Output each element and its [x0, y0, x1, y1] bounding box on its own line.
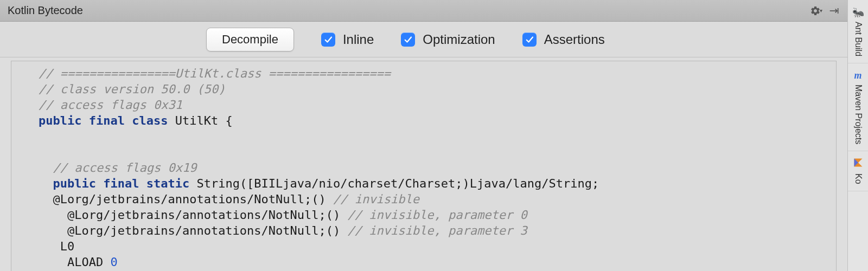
code-line: public final class UtilKt {	[39, 113, 832, 128]
check-icon	[522, 33, 537, 47]
code-line: @Lorg/jetbrains/annotations/NotNull;() /…	[39, 223, 832, 238]
checkbox-label: Assertions	[544, 32, 605, 47]
code-line: // access flags 0x31	[39, 97, 832, 113]
sidebar-item-label: Maven Projects	[853, 85, 863, 144]
code-line: L0	[39, 238, 832, 254]
code-line	[39, 128, 832, 144]
code-line: @Lorg/jetbrains/annotations/NotNull;() /…	[39, 191, 832, 207]
ant-icon: 🐜	[852, 7, 864, 18]
check-icon	[401, 33, 415, 47]
checkbox-label: Inline	[343, 32, 374, 47]
bytecode-editor[interactable]: // ================UtilKt.class ========…	[11, 61, 837, 271]
editor-container: // ================UtilKt.class ========…	[0, 57, 847, 271]
code-line: ALOAD 0	[39, 254, 832, 270]
hide-panel-icon[interactable]	[829, 7, 840, 15]
sidebar-item-ko[interactable]: Ko	[848, 151, 868, 191]
panel-title: Kotlin Bytecode	[8, 4, 83, 17]
right-tool-sidebar: 🐜Ant BuildmMaven ProjectsKo	[847, 0, 868, 271]
checkbox-assertions[interactable]: Assertions	[522, 32, 605, 47]
code-line	[39, 144, 832, 160]
code-line: // access flags 0x19	[39, 160, 832, 176]
bytecode-toolbar: Decompile Inline Optimization Assertions	[0, 22, 847, 57]
decompile-button[interactable]: Decompile	[206, 28, 294, 51]
maven-icon: m	[852, 70, 864, 81]
panel-title-bar: Kotlin Bytecode ▾	[0, 0, 847, 22]
check-icon	[321, 33, 335, 47]
sidebar-item-label: Ant Build	[853, 22, 863, 56]
checkbox-optimization[interactable]: Optimization	[401, 32, 495, 47]
code-line: // ================UtilKt.class ========…	[39, 66, 832, 81]
checkbox-label: Optimization	[423, 32, 495, 47]
bytecode-panel: Kotlin Bytecode ▾ Decompile Inline Optim…	[0, 0, 847, 271]
kotlin-icon	[852, 158, 864, 170]
sidebar-item-label: Ko	[853, 173, 863, 184]
sidebar-item-maven-projects[interactable]: mMaven Projects	[848, 63, 868, 151]
code-line: public final static String([BIILjava/nio…	[39, 176, 832, 191]
checkbox-inline[interactable]: Inline	[321, 32, 374, 47]
sidebar-item-ant-build[interactable]: 🐜Ant Build	[848, 0, 868, 63]
panel-title-actions: ▾	[810, 5, 840, 16]
gear-icon[interactable]: ▾	[810, 5, 822, 16]
code-line: @Lorg/jetbrains/annotations/NotNull;() /…	[39, 207, 832, 223]
code-line: // class version 50.0 (50)	[39, 81, 832, 97]
